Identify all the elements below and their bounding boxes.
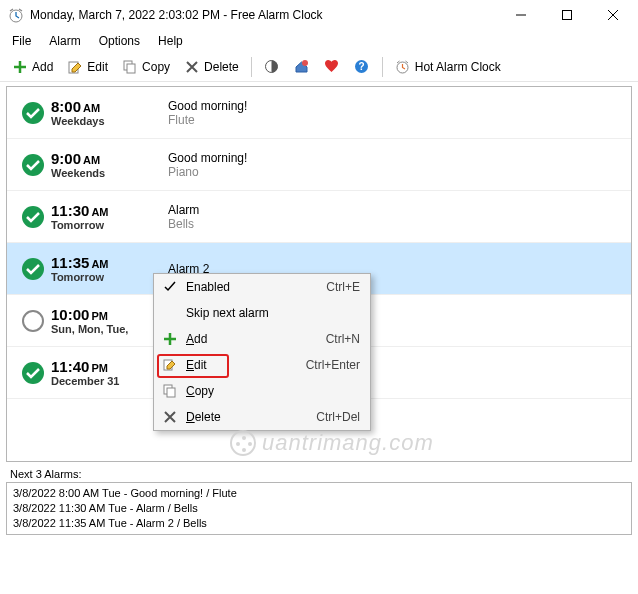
plus-icon: [12, 59, 28, 75]
alarm-recurrence: Sun, Mon, Tue,: [51, 323, 156, 335]
alarm-recurrence: Weekends: [51, 167, 156, 179]
status-icon: [15, 101, 51, 125]
copy-label: Copy: [142, 60, 170, 74]
alarm-ampm: AM: [83, 102, 100, 114]
alarm-time: 11:35: [51, 254, 89, 271]
status-icon: [15, 361, 51, 385]
svg-rect-4: [127, 64, 135, 73]
add-label: Add: [32, 60, 53, 74]
alarm-time: 9:00: [51, 150, 81, 167]
alarm-label: Good morning!: [168, 151, 623, 165]
hot-alarm-button[interactable]: Hot Alarm Clock: [389, 56, 507, 78]
title-bar: Monday, March 7, 2022 2:03:02 PM - Free …: [0, 0, 638, 30]
svg-rect-1: [563, 11, 572, 20]
ctx-delete-accel: Ctrl+Del: [316, 410, 360, 424]
ctx-edit[interactable]: Edit Ctrl+Enter: [154, 352, 370, 378]
delete-label: Delete: [204, 60, 239, 74]
home-icon: [294, 59, 310, 75]
alarm-ampm: AM: [91, 258, 108, 270]
alarm-recurrence: Tomorrow: [51, 271, 156, 283]
alarm-ampm: PM: [91, 362, 108, 374]
edit-label: Edit: [87, 60, 108, 74]
menu-alarm[interactable]: Alarm: [41, 32, 88, 50]
copy-icon: [158, 384, 182, 398]
menu-help[interactable]: Help: [150, 32, 191, 50]
help-icon: ?: [354, 59, 370, 75]
home-button[interactable]: [288, 56, 316, 78]
delete-button[interactable]: Delete: [178, 56, 245, 78]
toolbar: Add Edit Copy Delete ? Hot Alarm Clock: [0, 52, 638, 82]
delete-icon: [184, 59, 200, 75]
svg-rect-18: [167, 388, 175, 397]
alarm-row[interactable]: 11:30AMTomorrow AlarmBells: [7, 191, 631, 243]
next-alarm-line: 3/8/2022 8:00 AM Tue - Good morning! / F…: [13, 486, 625, 501]
ctx-copy[interactable]: Copy: [154, 378, 370, 404]
clock-icon: [395, 59, 411, 75]
heart-icon: [324, 59, 340, 75]
close-button[interactable]: [590, 0, 636, 30]
alarm-time: 8:00: [51, 98, 81, 115]
alarm-recurrence: Weekdays: [51, 115, 156, 127]
heart-button[interactable]: [318, 56, 346, 78]
maximize-button[interactable]: [544, 0, 590, 30]
add-button[interactable]: Add: [6, 56, 59, 78]
ctx-add-accel: Ctrl+N: [326, 332, 360, 346]
ctx-edit-accel: Ctrl+Enter: [306, 358, 360, 372]
contrast-icon: [264, 59, 280, 75]
copy-button[interactable]: Copy: [116, 56, 176, 78]
alarm-time: 11:40: [51, 358, 89, 375]
help-button[interactable]: ?: [348, 56, 376, 78]
ctx-add-label: Add: [182, 332, 326, 346]
alarm-time: 11:30: [51, 202, 89, 219]
copy-icon: [122, 59, 138, 75]
menu-bar: File Alarm Options Help: [0, 30, 638, 52]
alarm-recurrence: December 31: [51, 375, 156, 387]
edit-icon: [67, 59, 83, 75]
menu-options[interactable]: Options: [91, 32, 148, 50]
ctx-enabled-accel: Ctrl+E: [326, 280, 360, 294]
app-icon: [8, 7, 24, 23]
status-icon: [15, 309, 51, 333]
svg-point-12: [22, 206, 44, 228]
edit-button[interactable]: Edit: [61, 56, 114, 78]
ctx-delete[interactable]: Delete Ctrl+Del: [154, 404, 370, 430]
alarm-sound: Bells: [168, 217, 623, 231]
separator: [251, 57, 252, 77]
next-alarms-heading: Next 3 Alarms:: [10, 468, 630, 480]
ctx-skip[interactable]: Skip next alarm: [154, 300, 370, 326]
alarm-row[interactable]: 8:00AMWeekdays Good morning!Flute: [7, 87, 631, 139]
status-icon: [15, 257, 51, 281]
menu-file[interactable]: File: [4, 32, 39, 50]
window-title: Monday, March 7, 2022 2:03:02 PM - Free …: [30, 8, 498, 22]
ctx-enabled-label: Enabled: [182, 280, 326, 294]
alarm-label: Alarm: [168, 203, 623, 217]
alarm-sound: Flute: [168, 113, 623, 127]
alarm-sound: Piano: [168, 165, 623, 179]
ctx-skip-label: Skip next alarm: [182, 306, 360, 320]
alarm-ampm: AM: [91, 206, 108, 218]
ctx-enabled[interactable]: Enabled Ctrl+E: [154, 274, 370, 300]
delete-icon: [158, 411, 182, 423]
ctx-add[interactable]: Add Ctrl+N: [154, 326, 370, 352]
status-icon: [15, 205, 51, 229]
svg-point-11: [22, 154, 44, 176]
minimize-button[interactable]: [498, 0, 544, 30]
status-icon: [15, 153, 51, 177]
svg-point-13: [22, 258, 44, 280]
alarm-time: 10:00: [51, 306, 89, 323]
ctx-delete-label: Delete: [182, 410, 316, 424]
next-alarm-line: 3/8/2022 11:30 AM Tue - Alarm / Bells: [13, 501, 625, 516]
ctx-edit-label: Edit: [182, 358, 306, 372]
svg-point-10: [22, 102, 44, 124]
alarm-ampm: PM: [91, 310, 108, 322]
alarm-row[interactable]: 9:00AMWeekends Good morning!Piano: [7, 139, 631, 191]
svg-point-6: [302, 60, 308, 66]
next-alarm-line: 3/8/2022 11:35 AM Tue - Alarm 2 / Bells: [13, 516, 625, 531]
svg-point-15: [22, 362, 44, 384]
svg-point-14: [23, 311, 43, 331]
context-menu: Enabled Ctrl+E Skip next alarm Add Ctrl+…: [153, 273, 371, 431]
contrast-button[interactable]: [258, 56, 286, 78]
svg-text:?: ?: [359, 61, 365, 72]
alarm-ampm: AM: [83, 154, 100, 166]
ctx-copy-label: Copy: [182, 384, 360, 398]
